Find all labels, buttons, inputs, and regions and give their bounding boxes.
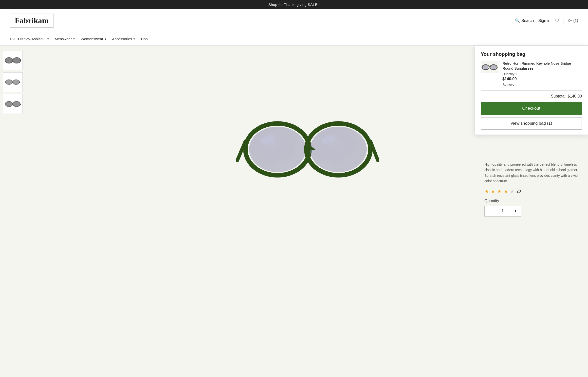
header-divider <box>564 18 564 24</box>
nav-item-womenswear[interactable]: Womenswear ▾ <box>81 32 112 45</box>
bag-item-image <box>481 61 498 73</box>
product-rating: ★ ★ ★ ★ ★ 20 <box>484 188 578 194</box>
svg-point-16 <box>249 127 306 172</box>
thumbnail-2[interactable] <box>3 72 23 92</box>
star-4: ★ <box>504 188 508 194</box>
star-5-empty: ★ <box>510 188 514 194</box>
review-count: 20 <box>516 189 521 194</box>
nav-item-con[interactable]: Con <box>141 32 154 45</box>
search-button[interactable]: 🔍 Search <box>515 18 534 23</box>
svg-point-11 <box>13 101 20 107</box>
svg-point-19 <box>310 127 367 172</box>
banner-text: Shop for Thanksgiving SALE!! <box>268 2 320 7</box>
nav-label-womenswear: Womenswear <box>81 37 103 41</box>
nav-label-e2e: E2E-Display-Ashish-1 <box>10 37 46 41</box>
logo[interactable]: Fabrikam <box>10 14 54 28</box>
thumbnail-column <box>0 46 27 243</box>
chevron-down-icon: ▾ <box>133 37 135 41</box>
svg-line-7 <box>5 82 6 83</box>
bag-count: (1) <box>573 19 578 23</box>
wishlist-button[interactable]: ♡ <box>555 18 559 24</box>
svg-point-27 <box>491 65 496 69</box>
chevron-down-icon: ▾ <box>105 37 106 41</box>
top-banner: Shop for Thanksgiving SALE!! <box>0 0 588 9</box>
quantity-controls: − 1 + <box>484 206 578 217</box>
svg-point-5 <box>5 80 12 84</box>
nav-item-e2e[interactable]: E2E-Display-Ashish-1 ▾ <box>10 32 55 45</box>
chevron-down-icon: ▾ <box>73 37 75 41</box>
product-main-image <box>236 98 379 191</box>
nav-item-accessories[interactable]: Accessories ▾ <box>112 32 141 45</box>
checkout-button[interactable]: Checkout <box>481 102 582 115</box>
header: Fabrikam 🔍 Search Sign in ♡ 🛍 (1) <box>0 9 588 32</box>
nav: E2E-Display-Ashish-1 ▾ Menswear ▾ Womens… <box>0 32 588 46</box>
bag-button[interactable]: 🛍 (1) <box>568 19 578 23</box>
svg-line-9 <box>12 82 13 82</box>
signin-button[interactable]: Sign in <box>538 19 551 23</box>
bag-title: Your shopping bag <box>475 46 588 61</box>
search-label: Search <box>521 19 534 23</box>
bag-item-quantity: Quantity:1 <box>502 72 582 76</box>
quantity-increase-button[interactable]: + <box>510 206 521 217</box>
svg-point-6 <box>13 80 19 84</box>
remove-item-button[interactable]: Remove <box>502 83 582 86</box>
star-3: ★ <box>497 188 502 194</box>
chevron-down-icon: ▾ <box>47 37 49 41</box>
thumbnail-3[interactable] <box>3 94 23 114</box>
svg-point-26 <box>483 65 488 69</box>
view-bag-button[interactable]: View shopping bag (1) <box>481 117 582 130</box>
quantity-label: Quantity <box>484 199 578 203</box>
bag-icon: 🛍 <box>568 19 572 23</box>
svg-line-8 <box>19 82 20 83</box>
product-description: High-quality and pioneered with the perf… <box>484 162 578 184</box>
svg-point-1 <box>13 58 21 63</box>
shopping-bag-dropdown: Your shopping bag Retro Horn Rimmed Keyh… <box>475 46 588 135</box>
bag-item-price: $140.00 <box>502 77 582 81</box>
bag-item-info: Retro Horn Rimmed Keyhole Nose Bridge Ro… <box>502 61 582 86</box>
svg-line-12 <box>5 104 5 105</box>
svg-line-13 <box>20 104 21 105</box>
search-icon: 🔍 <box>515 18 520 23</box>
page-body: Your shopping bag Retro Horn Rimmed Keyh… <box>0 46 588 243</box>
nav-label-accessories: Accessories <box>112 37 132 41</box>
product-details: High-quality and pioneered with the perf… <box>475 154 588 224</box>
quantity-decrease-button[interactable]: − <box>484 206 495 217</box>
svg-point-10 <box>5 101 13 107</box>
nav-label-menswear: Menswear <box>55 37 72 41</box>
nav-label-con: Con <box>141 37 148 41</box>
thumbnail-1[interactable] <box>3 51 23 70</box>
bag-item-name: Retro Horn Rimmed Keyhole Nose Bridge Ro… <box>502 61 582 71</box>
svg-point-0 <box>5 58 13 63</box>
star-1: ★ <box>484 188 489 194</box>
bag-subtotal: Subtotal: $140.00 <box>475 91 588 102</box>
star-2: ★ <box>491 188 495 194</box>
header-actions: 🔍 Search Sign in ♡ 🛍 (1) <box>515 18 578 24</box>
bag-item: Retro Horn Rimmed Keyhole Nose Bridge Ro… <box>475 61 588 90</box>
nav-item-menswear[interactable]: Menswear ▾ <box>55 32 81 45</box>
quantity-value: 1 <box>495 206 510 217</box>
